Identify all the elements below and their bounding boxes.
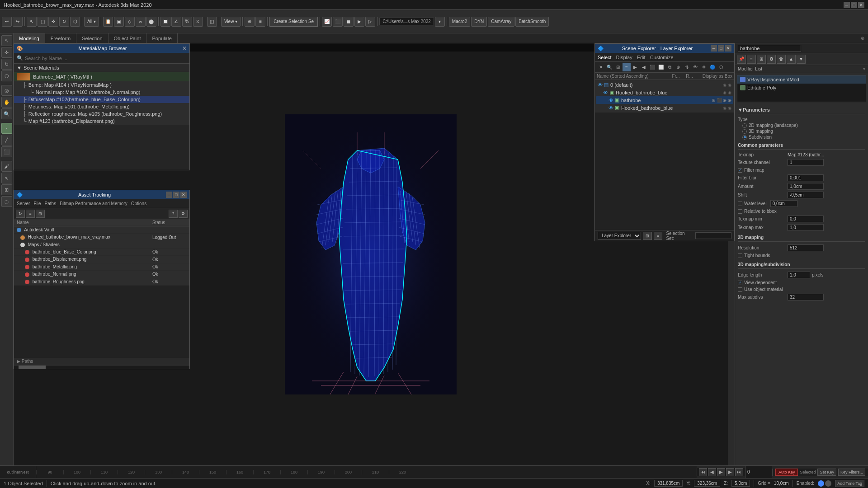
view-dependent-checkbox-row[interactable]: ✓ View-dependent <box>738 280 777 285</box>
se-hide-btn[interactable]: 👁 <box>691 63 699 71</box>
percent-snap-button[interactable]: % <box>182 17 192 27</box>
constraint-tool[interactable]: ⊞ <box>1 184 12 195</box>
asset-menu-options[interactable]: Options <box>131 201 146 206</box>
undo-button[interactable]: ↩ <box>2 17 12 27</box>
mod-channel-btn[interactable]: ≡ <box>747 55 756 64</box>
auto-key-btn[interactable]: Auto Key <box>775 469 798 476</box>
add-time-tag-btn[interactable]: Add Time Tag <box>835 480 864 487</box>
select-region-button[interactable]: ⬚ <box>38 17 47 27</box>
water-level-checkbox-row[interactable]: Water level <box>738 200 797 207</box>
mat-sub-item-5[interactable]: └ Map #123 (bathrobe_Displacment.png) <box>14 117 189 125</box>
go-start-btn[interactable]: ⏮ <box>699 468 707 476</box>
material-editor-button[interactable]: ◼ <box>344 17 354 27</box>
mod-pin-btn[interactable]: 📌 <box>737 55 746 64</box>
mat-sub-item-2[interactable]: ├ Diffuse:Map #102(bathrobe_blue_Base_Co… <box>14 96 189 103</box>
zoom-tool[interactable]: 🔍 <box>1 108 12 119</box>
browse-path-button[interactable]: ▾ <box>435 17 445 27</box>
move-button[interactable]: ✛ <box>48 17 58 27</box>
dyn-button[interactable]: DYN <box>471 17 487 27</box>
subobj-vertex[interactable]: · <box>1 123 12 134</box>
se-select-all-btn[interactable]: ⬛ <box>648 63 656 71</box>
se-freeze-btn[interactable]: ❄ <box>700 63 708 71</box>
filter-blur-input[interactable] <box>788 174 824 181</box>
align-button[interactable]: ≡ <box>255 17 265 27</box>
asset-menu-paths[interactable]: Paths <box>45 201 57 206</box>
tab-selection[interactable]: Selection <box>76 33 108 43</box>
water-level-input[interactable] <box>770 200 797 207</box>
se-layer-btn[interactable]: ≡ <box>623 63 631 71</box>
asset-menu-file[interactable]: File <box>33 201 41 206</box>
asset-grid-btn[interactable]: ⊞ <box>36 210 45 218</box>
shift-input[interactable] <box>788 192 824 198</box>
batchsmooth-button[interactable]: BatchSmooth <box>515 17 549 27</box>
time-input[interactable] <box>747 469 770 474</box>
se-search-btn[interactable]: 🔍 <box>605 63 613 71</box>
se-collapse-btn[interactable]: ◀ <box>640 63 648 71</box>
resolution-input[interactable] <box>788 244 824 251</box>
mat-sub-item-0[interactable]: ├ Bump: Map #104 ( VRayNormalMap ) <box>14 81 189 89</box>
se-menu-edit[interactable]: Edit <box>637 55 646 60</box>
se-box-btn[interactable]: ⬡ <box>717 63 725 71</box>
radio-3d[interactable]: 3D mapping <box>742 129 865 134</box>
le-selection-input[interactable] <box>695 232 731 239</box>
prev-frame-btn[interactable]: ◀ <box>708 468 716 476</box>
snaps-button[interactable]: 🔲 <box>160 17 170 27</box>
rect-select-button[interactable]: ▣ <box>114 17 124 27</box>
asset-row-4[interactable]: bathrobe_Displacment.png Ok <box>14 256 189 263</box>
pivot-button[interactable]: ⊕ <box>245 17 255 27</box>
mat-root-item[interactable]: Bathrobe_MAT ( VRayMtl ) <box>14 72 189 81</box>
se-node-0[interactable]: 👁 ▤ 0 (default) ◉ ◉ <box>596 81 733 89</box>
mat-search-bar[interactable]: 🔍 <box>14 53 189 64</box>
select-by-name-button[interactable]: 📋 <box>103 17 113 27</box>
tab-object-paint[interactable]: Object Paint <box>108 33 147 43</box>
se-menu-display[interactable]: Display <box>616 55 632 60</box>
redo-button[interactable]: ↪ <box>13 17 23 27</box>
mod-history-btn[interactable]: ⊞ <box>757 55 766 64</box>
set-key-btn[interactable]: Set Key <box>817 469 836 476</box>
se-node-1[interactable]: 👁 ▣ Hooked_bathrobe_blue ◉ ◉ <box>596 89 733 96</box>
fence-select-button[interactable]: ◇ <box>125 17 135 27</box>
pan-tool[interactable]: ✋ <box>1 97 12 108</box>
timeline-track[interactable]: 90 100 110 120 130 140 150 160 170 180 1… <box>36 466 697 478</box>
schematic-button[interactable]: ⬛ <box>333 17 343 27</box>
filter-map-checkbox-row[interactable]: ✓ Filter map <box>738 168 764 173</box>
relative-bbox-checkbox-row[interactable]: Relative to bbox <box>738 209 777 214</box>
rotate-button[interactable]: ↻ <box>59 17 69 27</box>
next-frame-btn[interactable]: ▶ <box>726 468 734 476</box>
move-tool[interactable]: ✛ <box>1 47 12 58</box>
asset-row-5[interactable]: bathrobe_Metallic.png Ok <box>14 263 189 270</box>
close-button[interactable]: ✕ <box>858 2 864 8</box>
mat-search-input[interactable] <box>25 56 187 61</box>
mod-item-0[interactable]: VRayDisplacementMod <box>737 75 866 84</box>
amount-input[interactable] <box>788 183 824 190</box>
select-button[interactable]: ↖ <box>27 17 37 27</box>
soft-select[interactable]: ◌ <box>1 196 12 207</box>
asset-scrollbar-thumb[interactable] <box>19 366 46 369</box>
se-sort-btn[interactable]: ⇅ <box>683 63 691 71</box>
asset-menu-bitmap[interactable]: Bitmap Performance and Memory <box>60 201 127 206</box>
max-subdivs-input[interactable] <box>788 294 824 300</box>
se-node-3[interactable]: 👁 ▣ Hooked_bathrobe_blue ◉ ◉ <box>596 104 733 112</box>
angle-snap-button[interactable]: ∠ <box>171 17 181 27</box>
object-name-input[interactable] <box>738 45 801 52</box>
subobj-poly[interactable]: ⬛ <box>1 146 12 157</box>
curve-editor-button[interactable]: 📈 <box>322 17 332 27</box>
asset-menu-server[interactable]: Server <box>17 201 30 206</box>
render-button[interactable]: ▷ <box>365 17 375 27</box>
freeform-tool[interactable]: ∿ <box>1 173 12 183</box>
se-expand-btn[interactable]: ▶ <box>631 63 639 71</box>
tab-populate[interactable]: Populate <box>146 33 177 43</box>
mapping-3d-header[interactable]: 3D mapping/subdivision <box>738 261 865 269</box>
se-invert-btn[interactable]: ⧉ <box>665 63 674 71</box>
edge-length-input[interactable] <box>788 272 810 278</box>
mod-delete-btn[interactable]: 🗑 <box>777 55 786 64</box>
mod-move-down-btn[interactable]: ▼ <box>797 55 806 64</box>
layer-explorer-select[interactable]: Layer Explorer <box>598 232 641 240</box>
se-filter-btn[interactable]: ⊞ <box>614 63 622 71</box>
asset-refresh-btn[interactable]: ↻ <box>16 210 25 218</box>
asset-row-0[interactable]: Autodesk Vault <box>14 226 189 234</box>
all-dropdown[interactable]: All ▾ <box>84 17 99 27</box>
asset-row-3[interactable]: bathrobe_blue_Base_Color.png Ok <box>14 249 189 256</box>
mod-item-1[interactable]: Editable Poly <box>737 84 866 92</box>
enabled-dot-1[interactable] <box>818 480 824 487</box>
